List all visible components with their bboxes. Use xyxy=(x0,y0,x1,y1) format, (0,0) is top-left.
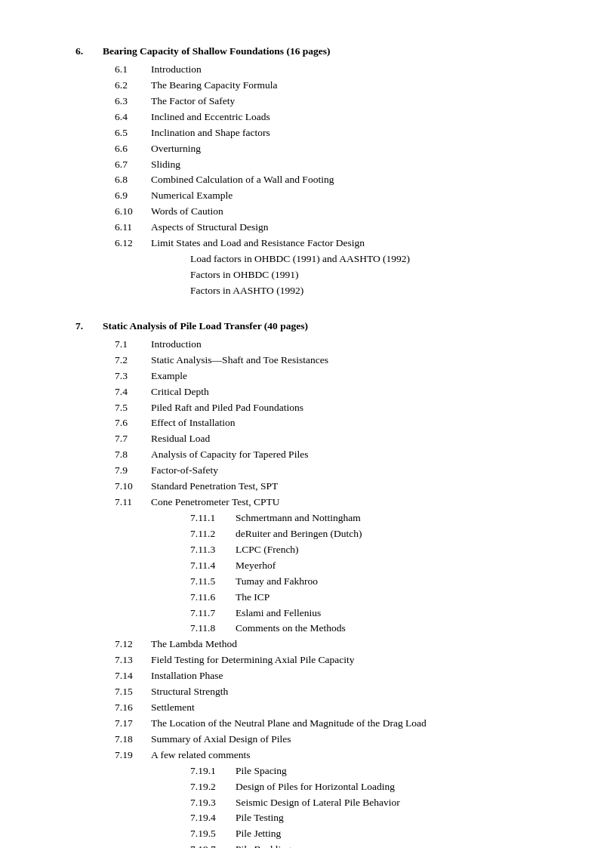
section-1-header: 6.Bearing Capacity of Shallow Foundation… xyxy=(75,45,556,57)
subitem-number-7-19-2: 7.19.2 xyxy=(190,779,236,795)
item-7-15: 7.15Structural Strength xyxy=(115,684,556,700)
subitem-number-7-11-4: 7.11.4 xyxy=(190,558,236,574)
subitem-number-7-19-3: 7.19.3 xyxy=(190,795,236,811)
item-7-11: 7.11Cone Penetrometer Test, CPTU xyxy=(115,495,556,510)
continuation-11-0: Load factors in OHBDC (1991) and AASHTO … xyxy=(190,251,556,267)
subitem-number-7-11-1: 7.11.1 xyxy=(190,510,236,526)
item-6-11: 6.11Aspects of Structural Design xyxy=(115,220,556,236)
item-number-7-10: 7.10 xyxy=(115,479,151,495)
item-7-14: 7.14Installation Phase xyxy=(115,668,556,684)
item-number-7-5: 7.5 xyxy=(115,400,151,416)
item-text-6-8: Combined Calculation of a Wall and Footi… xyxy=(151,172,556,188)
item-number-7-7: 7.7 xyxy=(115,431,151,447)
section-1-title: Bearing Capacity of Shallow Foundations … xyxy=(103,45,331,57)
item-text-6-1: Introduction xyxy=(151,62,556,78)
item-number-6-1: 6.1 xyxy=(115,62,151,78)
item-text-6-3: The Factor of Safety xyxy=(151,94,556,109)
section-1-number: 6. xyxy=(75,45,103,57)
item-7-13: 7.13Field Testing for Determining Axial … xyxy=(115,652,556,668)
item-number-7-18: 7.18 xyxy=(115,732,151,748)
item-7-9: 7.9Factor-of-Safety xyxy=(115,463,556,479)
subitem-7-19-4: 7.19.4Pile Testing xyxy=(190,810,556,826)
item-text-6-12: Limit States and Load and Resistance Fac… xyxy=(151,236,556,251)
item-text-6-11: Aspects of Structural Design xyxy=(151,220,556,236)
item-number-6-11: 6.11 xyxy=(115,220,151,236)
item-6-12: 6.12Limit States and Load and Resistance… xyxy=(115,236,556,251)
item-number-6-3: 6.3 xyxy=(115,94,151,109)
item-7-6: 7.6Effect of Installation xyxy=(115,415,556,431)
item-7-16: 7.16Settlement xyxy=(115,700,556,716)
subitem-text-7-19-4: Pile Testing xyxy=(236,810,556,826)
subitem-text-7-11-2: deRuiter and Beringen (Dutch) xyxy=(236,526,556,542)
item-number-6-9: 6.9 xyxy=(115,188,151,204)
item-6-7: 6.7Sliding xyxy=(115,157,556,173)
item-7-5: 7.5Piled Raft and Piled Pad Foundations xyxy=(115,400,556,416)
item-number-7-12: 7.12 xyxy=(115,637,151,652)
item-7-1: 7.1Introduction xyxy=(115,337,556,353)
item-number-7-2: 7.2 xyxy=(115,353,151,368)
item-text-6-6: Overturning xyxy=(151,141,556,157)
item-number-6-6: 6.6 xyxy=(115,141,151,157)
item-text-6-7: Sliding xyxy=(151,157,556,173)
subitem-number-7-19-5: 7.19.5 xyxy=(190,826,236,842)
item-6-9: 6.9Numerical Example xyxy=(115,188,556,204)
section-2-title: Static Analysis of Pile Load Transfer (4… xyxy=(103,320,308,332)
item-number-7-19: 7.19 xyxy=(115,748,151,763)
item-7-17: 7.17The Location of the Neutral Plane an… xyxy=(115,716,556,732)
item-text-7-17: The Location of the Neutral Plane and Ma… xyxy=(151,716,556,732)
subitem-text-7-11-8: Comments on the Methods xyxy=(236,621,556,637)
item-text-7-8: Analysis of Capacity for Tapered Piles xyxy=(151,447,556,463)
item-number-6-7: 6.7 xyxy=(115,157,151,173)
subitem-7-11-7: 7.11.7Eslami and Fellenius xyxy=(190,606,556,621)
item-number-6-2: 6.2 xyxy=(115,78,151,94)
item-number-7-14: 7.14 xyxy=(115,668,151,684)
subitem-text-7-19-5: Pile Jetting xyxy=(236,826,556,842)
subitem-text-7-11-5: Tumay and Fakhroo xyxy=(236,574,556,590)
item-7-3: 7.3Example xyxy=(115,368,556,384)
item-text-7-3: Example xyxy=(151,368,556,384)
subitem-number-7-11-8: 7.11.8 xyxy=(190,621,236,637)
item-text-7-13: Field Testing for Determining Axial Pile… xyxy=(151,652,556,668)
subitems-7-11: 7.11.1Schmertmann and Nottingham7.11.2de… xyxy=(190,510,556,637)
item-number-7-9: 7.9 xyxy=(115,463,151,479)
section-2-number: 7. xyxy=(75,320,103,332)
subitem-7-19-1: 7.19.1Pile Spacing xyxy=(190,763,556,779)
subitem-text-7-11-3: LCPC (French) xyxy=(236,542,556,558)
item-6-1: 6.1Introduction xyxy=(115,62,556,78)
item-text-6-2: The Bearing Capacity Formula xyxy=(151,78,556,94)
subitem-text-7-19-3: Seismic Design of Lateral Pile Behavior xyxy=(236,795,556,811)
item-number-6-5: 6.5 xyxy=(115,125,151,141)
subitem-7-11-2: 7.11.2deRuiter and Beringen (Dutch) xyxy=(190,526,556,542)
item-number-7-13: 7.13 xyxy=(115,652,151,668)
item-number-6-8: 6.8 xyxy=(115,172,151,188)
subitem-7-19-3: 7.19.3Seismic Design of Lateral Pile Beh… xyxy=(190,795,556,811)
item-number-7-4: 7.4 xyxy=(115,384,151,400)
item-number-6-4: 6.4 xyxy=(115,109,151,125)
item-text-6-4: Inclined and Eccentric Loads xyxy=(151,109,556,125)
item-7-12: 7.12The Lambda Method xyxy=(115,637,556,652)
subitem-7-11-6: 7.11.6The ICP xyxy=(190,590,556,606)
item-6-2: 6.2The Bearing Capacity Formula xyxy=(115,78,556,94)
item-text-6-5: Inclination and Shape factors xyxy=(151,125,556,141)
subitem-7-11-5: 7.11.5Tumay and Fakhroo xyxy=(190,574,556,590)
item-text-7-19: A few related comments xyxy=(151,748,556,763)
item-7-19: 7.19A few related comments xyxy=(115,748,556,763)
item-text-7-11: Cone Penetrometer Test, CPTU xyxy=(151,495,556,510)
item-text-6-9: Numerical Example xyxy=(151,188,556,204)
subitem-7-11-3: 7.11.3LCPC (French) xyxy=(190,542,556,558)
item-7-10: 7.10Standard Penetration Test, SPT xyxy=(115,479,556,495)
subitem-7-19-5: 7.19.5Pile Jetting xyxy=(190,826,556,842)
item-number-7-8: 7.8 xyxy=(115,447,151,463)
item-text-7-15: Structural Strength xyxy=(151,684,556,700)
subitem-number-7-11-5: 7.11.5 xyxy=(190,574,236,590)
item-7-4: 7.4Critical Depth xyxy=(115,384,556,400)
item-text-7-9: Factor-of-Safety xyxy=(151,463,556,479)
item-text-7-5: Piled Raft and Piled Pad Foundations xyxy=(151,400,556,416)
item-text-7-6: Effect of Installation xyxy=(151,415,556,431)
section-2-items: 7.1Introduction7.2Static Analysis—Shaft … xyxy=(115,337,556,848)
item-number-6-12: 6.12 xyxy=(115,236,151,251)
continuation-11-1: Factors in OHBDC (1991) xyxy=(190,267,556,283)
item-6-8: 6.8Combined Calculation of a Wall and Fo… xyxy=(115,172,556,188)
item-number-7-15: 7.15 xyxy=(115,684,151,700)
item-7-7: 7.7Residual Load xyxy=(115,431,556,447)
